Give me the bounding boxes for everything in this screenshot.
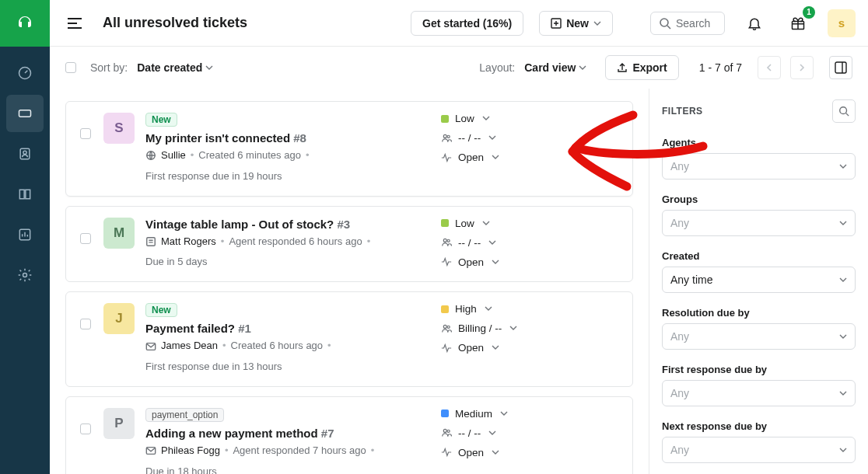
form-icon bbox=[145, 236, 156, 247]
filter-next-response-select[interactable]: Any bbox=[662, 437, 856, 463]
chevron-down-icon bbox=[492, 343, 499, 351]
ticket-checkbox[interactable] bbox=[80, 128, 91, 139]
pulse-icon bbox=[441, 152, 452, 163]
ticket-number: #8 bbox=[293, 131, 306, 145]
select-all-checkbox[interactable] bbox=[65, 62, 76, 73]
nav-tickets[interactable] bbox=[6, 95, 44, 132]
svg-rect-4 bbox=[19, 110, 31, 117]
chevron-down-icon bbox=[839, 219, 847, 227]
search-icon bbox=[838, 106, 849, 117]
ticket-checkbox[interactable] bbox=[80, 233, 91, 244]
pulse-icon bbox=[441, 447, 452, 458]
globe-icon bbox=[145, 150, 156, 161]
gift-button[interactable]: 1 bbox=[784, 9, 812, 37]
svg-point-6 bbox=[23, 151, 26, 154]
filter-first-response-select[interactable]: Any bbox=[662, 380, 856, 406]
nav-dashboard[interactable] bbox=[6, 54, 44, 92]
svg-rect-11 bbox=[835, 62, 846, 73]
nav-contacts[interactable] bbox=[6, 135, 44, 173]
page-title: All unresolved tickets bbox=[103, 15, 247, 31]
list-control-bar: Sort by: Date created Layout: Card view … bbox=[50, 47, 868, 89]
priority-dropdown[interactable]: Medium bbox=[441, 408, 620, 420]
pulse-icon bbox=[441, 256, 452, 267]
ticket-title[interactable]: Vintage table lamp - Out of stock? #3 bbox=[145, 218, 430, 231]
svg-rect-13 bbox=[147, 238, 156, 246]
status-new-tag: New bbox=[145, 113, 177, 127]
new-button-label: New bbox=[566, 17, 589, 30]
nav-solutions[interactable] bbox=[6, 176, 44, 213]
chevron-down-icon bbox=[839, 446, 847, 454]
chevron-down-icon bbox=[205, 64, 213, 71]
chevron-down-icon bbox=[492, 258, 499, 266]
export-button[interactable]: Export bbox=[605, 55, 678, 80]
sortby-dropdown[interactable]: Date created bbox=[137, 61, 213, 74]
new-button[interactable]: New bbox=[539, 11, 613, 36]
chevron-down-icon bbox=[492, 448, 499, 456]
ticket-list: S New My printer isn't connected #8 Sull… bbox=[50, 89, 649, 474]
ticket-title[interactable]: Payment failed? #1 bbox=[145, 322, 430, 335]
ticket-number: #7 bbox=[321, 427, 334, 440]
ticket-checkbox[interactable] bbox=[80, 423, 91, 434]
layout-label: Layout: bbox=[479, 61, 515, 74]
ticket-card[interactable]: S New My printer isn't connected #8 Sull… bbox=[65, 101, 633, 197]
requester-name: James Dean bbox=[161, 338, 218, 354]
priority-dropdown[interactable]: High bbox=[441, 303, 620, 315]
group-dropdown[interactable]: -- / -- bbox=[441, 132, 620, 144]
status-dropdown[interactable]: Open bbox=[441, 256, 620, 268]
group-dropdown[interactable]: -- / -- bbox=[441, 427, 620, 439]
chevron-down-icon bbox=[500, 410, 508, 417]
requester-name: Phileas Fogg bbox=[161, 443, 220, 459]
filter-label-first-response: First response due by bbox=[662, 364, 856, 375]
ticket-title[interactable]: Adding a new payment method #7 bbox=[145, 427, 430, 440]
svg-point-8 bbox=[23, 274, 27, 277]
email-icon bbox=[145, 445, 156, 456]
filters-title: FILTERS bbox=[662, 106, 703, 117]
filter-label-resolution: Resolution due by bbox=[662, 307, 856, 319]
nav-analytics[interactable] bbox=[6, 216, 44, 253]
chevron-down-icon bbox=[593, 19, 601, 27]
group-dropdown[interactable]: -- / -- bbox=[441, 237, 620, 249]
nav-settings[interactable] bbox=[6, 256, 44, 294]
gift-badge: 1 bbox=[803, 6, 815, 19]
toggle-filters-panel[interactable] bbox=[829, 56, 852, 79]
status-dropdown[interactable]: Open bbox=[441, 447, 620, 458]
ticket-title[interactable]: My printer isn't connected #8 bbox=[145, 131, 430, 145]
status-dropdown[interactable]: Open bbox=[441, 152, 620, 163]
group-dropdown[interactable]: Billing / -- bbox=[441, 322, 620, 334]
priority-indicator bbox=[441, 115, 449, 123]
chevron-down-icon bbox=[488, 239, 496, 246]
users-icon bbox=[441, 133, 452, 144]
priority-dropdown[interactable]: Low bbox=[441, 113, 620, 124]
requester-name: Matt Rogers bbox=[161, 234, 216, 250]
chevron-down-icon bbox=[485, 305, 492, 312]
page-prev[interactable] bbox=[758, 56, 781, 79]
priority-indicator bbox=[441, 410, 449, 417]
ticket-card[interactable]: J New Payment failed? #1 James Dean •Cre… bbox=[65, 291, 633, 387]
filter-resolution-select[interactable]: Any bbox=[662, 323, 856, 350]
priority-dropdown[interactable]: Low bbox=[441, 218, 620, 229]
status-dropdown[interactable]: Open bbox=[441, 342, 620, 354]
notifications-bell[interactable] bbox=[740, 9, 768, 37]
ticket-number: #3 bbox=[337, 218, 350, 231]
filter-agents-select[interactable]: Any bbox=[662, 153, 856, 179]
top-bar: All unresolved tickets Get started (16%)… bbox=[50, 0, 868, 47]
side-nav bbox=[0, 0, 50, 474]
global-search[interactable]: Search bbox=[650, 12, 725, 35]
filter-search-button[interactable] bbox=[832, 99, 856, 123]
filter-created-select[interactable]: Any time bbox=[662, 267, 856, 293]
priority-indicator bbox=[441, 305, 449, 313]
layout-dropdown[interactable]: Card view bbox=[524, 61, 586, 74]
user-avatar[interactable]: s bbox=[828, 9, 856, 37]
ticket-card[interactable]: P payment_option Adding a new payment me… bbox=[65, 396, 633, 474]
filter-groups-select[interactable]: Any bbox=[662, 210, 856, 236]
chevron-down-icon bbox=[839, 389, 847, 397]
brand-logo[interactable] bbox=[0, 0, 50, 47]
sortby-label: Sort by: bbox=[90, 61, 128, 74]
ticket-card[interactable]: M Vintage table lamp - Out of stock? #3 … bbox=[65, 206, 633, 283]
page-next[interactable] bbox=[790, 56, 814, 79]
ticket-checkbox[interactable] bbox=[80, 319, 91, 329]
sidebar-toggle[interactable] bbox=[62, 11, 87, 36]
chevron-down-icon bbox=[839, 162, 847, 170]
filter-label-groups: Groups bbox=[662, 193, 856, 205]
get-started-button[interactable]: Get started (16%) bbox=[411, 11, 523, 36]
